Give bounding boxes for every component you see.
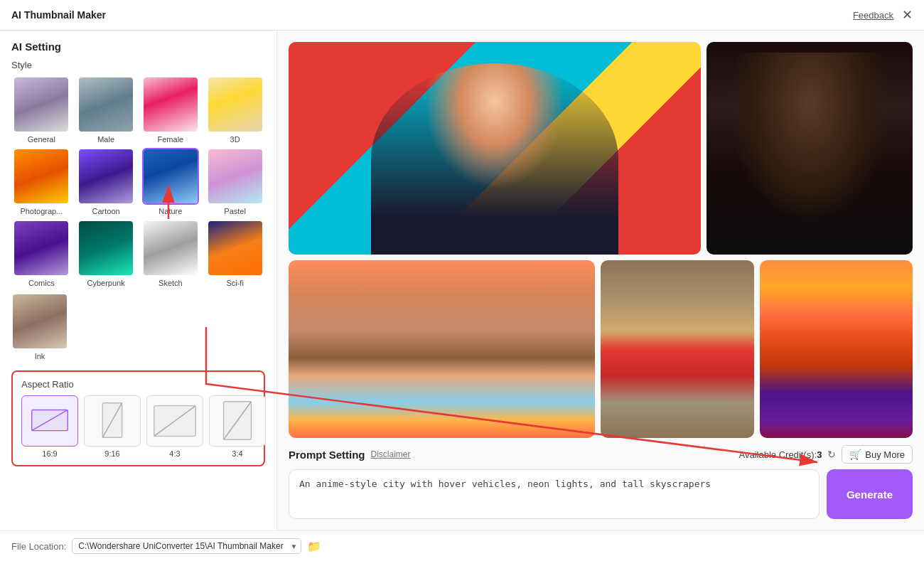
style-img-3d bbox=[208, 78, 262, 132]
ratio-diagram-16-9 bbox=[22, 396, 77, 446]
ratio-diagram-3-4 bbox=[210, 396, 265, 446]
style-img-comics bbox=[14, 221, 68, 275]
style-thumb-ink bbox=[11, 293, 68, 350]
file-location-label: File Location: bbox=[11, 541, 66, 552]
style-label-sketch: Sketch bbox=[159, 279, 183, 287]
style-img-female bbox=[144, 78, 198, 132]
style-item-pastel[interactable]: Pastel bbox=[205, 148, 265, 215]
style-thumb-cartoon bbox=[77, 148, 134, 205]
style-label-male: Male bbox=[97, 135, 114, 144]
title-bar-right: Feedback ✕ bbox=[853, 7, 913, 23]
prompt-title: Prompt Setting bbox=[289, 449, 365, 461]
style-item-male[interactable]: Male bbox=[76, 76, 136, 144]
refresh-icon[interactable]: ↻ bbox=[827, 449, 836, 460]
style-item-comics[interactable]: Comics bbox=[11, 220, 72, 287]
title-bar: AI Thumbnail Maker Feedback ✕ bbox=[0, 0, 924, 31]
buy-more-button[interactable]: 🛒 Buy More bbox=[842, 445, 913, 464]
style-label-3d: 3D bbox=[230, 135, 240, 144]
gallery-row-top bbox=[289, 42, 913, 255]
app-title: AI Thumbnail Maker bbox=[11, 9, 106, 21]
style-label-photog: Photograp... bbox=[20, 207, 63, 215]
prompt-textarea[interactable]: An anime-style city with hover vehicles,… bbox=[289, 469, 820, 519]
right-panel: Prompt Setting Disclaimer Available Cred… bbox=[277, 31, 924, 530]
close-button[interactable]: ✕ bbox=[902, 7, 913, 23]
style-label: Style bbox=[11, 60, 265, 70]
style-thumb-pastel bbox=[207, 148, 264, 205]
ratio-thumb-3-4 bbox=[209, 395, 266, 447]
style-label-pastel: Pastel bbox=[224, 207, 246, 215]
style-item-nature[interactable]: Nature bbox=[141, 148, 201, 215]
gallery-thumb-anime bbox=[760, 260, 913, 438]
style-thumb-male bbox=[77, 76, 134, 133]
app-container: AI Thumbnail Maker Feedback ✕ AI Setting… bbox=[0, 0, 924, 561]
aspect-ratio-title: Aspect Ratio bbox=[21, 379, 255, 390]
ratio-item-16-9[interactable]: 16:9 bbox=[21, 395, 78, 458]
style-item-ink[interactable]: Ink bbox=[11, 293, 68, 360]
style-grid: General Male Female bbox=[11, 76, 265, 287]
style-img-cyberpunk bbox=[79, 221, 133, 275]
disclaimer-link[interactable]: Disclaimer bbox=[371, 449, 411, 459]
style-item-sketch[interactable]: Sketch bbox=[141, 220, 201, 287]
style-label-nature: Nature bbox=[159, 207, 182, 215]
ratio-thumb-9-16 bbox=[84, 395, 141, 447]
left-panel: AI Setting Style General Male bbox=[0, 31, 277, 530]
style-img-ink bbox=[13, 294, 67, 348]
prompt-title-area: Prompt Setting Disclaimer bbox=[289, 449, 411, 461]
style-thumb-comics bbox=[13, 220, 70, 277]
credits-label: Available Credit(s):3 bbox=[739, 449, 822, 460]
gallery-row-bottom bbox=[289, 260, 913, 438]
aspect-ratio-box: Aspect Ratio 16:9 bbox=[11, 370, 265, 466]
feedback-link[interactable]: Feedback bbox=[853, 10, 893, 21]
style-thumb-general bbox=[13, 76, 70, 133]
ratio-item-4-3[interactable]: 4:3 bbox=[146, 395, 203, 458]
gallery-thumb-main bbox=[289, 42, 701, 255]
style-item-general[interactable]: General bbox=[11, 76, 72, 144]
main-layout: AI Setting Style General Male bbox=[0, 31, 924, 530]
ratio-label-9-16: 9:16 bbox=[104, 449, 119, 458]
ratio-diagram-4-3 bbox=[147, 396, 203, 446]
file-path-wrapper: C:\Wondershare UniConverter 15\AI Thumbn… bbox=[72, 538, 301, 554]
style-item-cyberpunk[interactable]: Cyberpunk bbox=[76, 220, 136, 287]
ratio-thumb-4-3 bbox=[146, 395, 203, 447]
ratio-thumb-16-9 bbox=[21, 395, 78, 447]
style-single-ink: Ink bbox=[11, 293, 265, 360]
gallery-thumb-side1 bbox=[707, 42, 913, 255]
credits-area: Available Credit(s):3 ↻ 🛒 Buy More bbox=[739, 445, 913, 464]
buy-more-icon: 🛒 bbox=[849, 449, 861, 460]
style-img-sketch bbox=[144, 221, 198, 275]
style-label-ink: Ink bbox=[35, 352, 45, 360]
style-item-3d[interactable]: 3D bbox=[205, 76, 265, 144]
style-img-general bbox=[14, 78, 68, 132]
style-thumb-cyberpunk bbox=[77, 220, 134, 277]
ratio-label-16-9: 16:9 bbox=[42, 449, 57, 458]
ai-setting-title: AI Setting bbox=[11, 41, 265, 53]
style-label-female: Female bbox=[158, 135, 184, 144]
ratio-item-3-4[interactable]: 3:4 bbox=[209, 395, 266, 458]
style-img-male bbox=[79, 78, 133, 132]
style-label-comics: Comics bbox=[28, 279, 55, 287]
style-img-pastel bbox=[208, 149, 262, 203]
style-img-nature bbox=[144, 149, 198, 203]
style-item-sci-fi[interactable]: Sci-fi bbox=[205, 220, 265, 287]
style-label-sci-fi: Sci-fi bbox=[226, 279, 243, 287]
credits-value: 3 bbox=[817, 449, 822, 460]
prompt-section: Prompt Setting Disclaimer Available Cred… bbox=[289, 445, 913, 519]
prompt-input-row: An anime-style city with hover vehicles,… bbox=[289, 469, 913, 519]
prompt-header: Prompt Setting Disclaimer Available Cred… bbox=[289, 445, 913, 464]
image-gallery bbox=[289, 42, 913, 438]
style-item-female[interactable]: Female bbox=[141, 76, 201, 144]
style-thumb-sketch bbox=[142, 220, 199, 277]
file-location-bar: File Location: C:\Wondershare UniConvert… bbox=[0, 530, 924, 561]
style-item-cartoon[interactable]: Cartoon bbox=[76, 148, 136, 215]
gallery-thumb-main2 bbox=[289, 260, 595, 438]
file-path-select[interactable]: C:\Wondershare UniConverter 15\AI Thumbn… bbox=[72, 538, 301, 554]
ratio-item-9-16[interactable]: 9:16 bbox=[84, 395, 141, 458]
generate-button[interactable]: Generate bbox=[827, 469, 913, 519]
style-item-photog[interactable]: Photograp... bbox=[11, 148, 72, 215]
gallery-thumb-car bbox=[601, 260, 754, 438]
folder-icon[interactable]: 📁 bbox=[307, 540, 321, 553]
style-label-general: General bbox=[28, 135, 55, 144]
style-thumb-nature bbox=[142, 148, 199, 205]
ratio-label-4-3: 4:3 bbox=[169, 449, 180, 458]
aspect-ratio-grid: 16:9 9:16 bbox=[21, 395, 255, 458]
